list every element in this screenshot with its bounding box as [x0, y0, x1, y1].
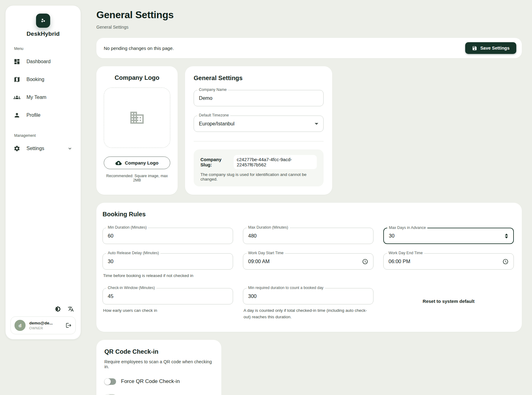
min-duration-field: Min Duration (Minutes) [103, 228, 233, 244]
user-card[interactable]: d demo@de... OWNER [10, 316, 76, 334]
checkin-window-field: Check-in Window (Minutes) [103, 288, 233, 304]
booking-rules-card: Booking Rules Min Duration (Minutes) Max… [96, 203, 522, 332]
timezone-value[interactable] [199, 121, 311, 127]
start-time-group: Work Day Start Time [243, 253, 373, 270]
top-cards-row: Company Logo Company Logo Recommended: S… [96, 66, 522, 195]
company-logo-card: Company Logo Company Logo Recommended: S… [96, 66, 178, 195]
checkin-window-input[interactable] [108, 293, 228, 299]
sidebar-item-label: My Team [26, 95, 46, 100]
reset-to-default-button[interactable]: Reset to system default [423, 299, 474, 304]
sidebar-item-booking[interactable]: Booking [10, 71, 76, 88]
sidebar: DeskHybrid Menu Dashboard Booking My T [5, 5, 81, 340]
auto-release-group: Auto Release Delay (Minutes) Time before… [103, 253, 233, 279]
min-duration-group: Min Duration (Minutes) [103, 228, 233, 244]
auto-release-input[interactable] [108, 259, 228, 264]
theme-toggle-button[interactable] [55, 306, 61, 312]
cloud-upload-icon [115, 160, 122, 166]
sidebar-section-menu: Menu [14, 47, 76, 51]
min-duration-input[interactable] [108, 233, 228, 239]
logout-icon [66, 322, 72, 328]
avatar: d [14, 320, 26, 331]
max-duration-field: Max Duration (Minutes) [243, 228, 373, 244]
reset-cell: Reset to system default [383, 288, 514, 304]
map-icon [14, 76, 20, 83]
general-settings-title: General Settings [194, 75, 324, 82]
booking-rules-title: Booking Rules [103, 211, 514, 218]
auto-release-helper: Time before booking is released if not c… [103, 273, 232, 279]
logo-hint: Recommended: Square image, max 2MB [104, 174, 170, 182]
main-content: General Settings General Settings No pen… [81, 0, 532, 395]
divider [194, 141, 324, 141]
max-duration-group: Max Duration (Minutes) [243, 228, 373, 244]
number-stepper[interactable] [505, 234, 508, 238]
slug-value: c24277be-44a7-4fcc-9acd-22457f67b562 [234, 155, 317, 169]
checkin-window-group: Check-in Window (Minutes) How early user… [103, 288, 233, 314]
checkin-window-helper: How early users can check in [103, 307, 232, 314]
checkin-window-label: Check-in Window (Minutes) [106, 286, 156, 290]
min-required-field: Min required duration to count a booked … [243, 288, 373, 304]
language-button[interactable] [68, 306, 74, 312]
max-days-label: Max Days in Advance [387, 226, 427, 230]
min-required-label: Min required duration to count a booked … [247, 286, 325, 290]
company-logo-title: Company Logo [104, 74, 170, 81]
stepper-down-icon[interactable] [505, 236, 508, 238]
max-days-input[interactable] [389, 233, 501, 239]
min-duration-label: Min Duration (Minutes) [106, 225, 148, 230]
slug-line: Company Slug: c24277be-44a7-4fcc-9acd-22… [200, 155, 317, 169]
app-root: DeskHybrid Menu Dashboard Booking My T [0, 0, 532, 395]
sidebar-item-my-team[interactable]: My Team [10, 88, 76, 106]
upload-logo-button[interactable]: Company Logo [104, 157, 170, 169]
company-slug-box: Company Slug: c24277be-44a7-4fcc-9acd-22… [194, 149, 324, 186]
start-time-label: Work Day Start Time [247, 251, 285, 255]
min-required-helper: A day is counted only if total checked-i… [244, 307, 373, 320]
pending-changes-status: No pending changes on this page. [104, 46, 174, 51]
qr-checkin-description: Require employees to scan a QR code when… [104, 359, 213, 369]
company-name-input[interactable] [199, 95, 318, 101]
upload-logo-label: Company Logo [125, 160, 158, 165]
force-qr-toggle[interactable] [104, 378, 116, 385]
end-time-label: Work Day End Time [387, 251, 424, 255]
sidebar-item-profile[interactable]: Profile [10, 106, 76, 124]
stepper-up-icon[interactable] [505, 234, 508, 236]
end-time-field: Work Day End Time [383, 253, 514, 270]
start-time-input[interactable] [248, 259, 358, 264]
logout-button[interactable] [66, 322, 72, 328]
sidebar-item-settings[interactable]: Settings [10, 140, 76, 157]
sidebar-item-label: Booking [26, 77, 44, 82]
sidebar-spacer [10, 157, 76, 306]
force-qr-toggle-row: Force QR Code Check-in [104, 378, 213, 385]
person-icon [14, 112, 20, 119]
auto-release-field: Auto Release Delay (Minutes) [103, 253, 233, 270]
qr-checkin-card: QR Code Check-in Require employees to sc… [96, 340, 221, 395]
chevron-down-icon [67, 146, 73, 151]
save-settings-button[interactable]: Save Settings [465, 42, 516, 54]
sidebar-item-label: Settings [26, 146, 44, 151]
clock-icon[interactable] [502, 259, 509, 265]
force-qr-toggle-label: Force QR Code Check-in [121, 378, 180, 385]
brightness-icon [55, 306, 61, 312]
clock-icon[interactable] [362, 259, 368, 265]
save-icon [472, 46, 477, 51]
deskhybrid-logo-icon [36, 14, 50, 28]
gear-icon [14, 145, 20, 152]
page-title: General Settings [96, 9, 522, 21]
max-days-group: Max Days in Advance [383, 228, 514, 244]
qr-checkin-title: QR Code Check-in [104, 348, 213, 355]
groups-icon [14, 94, 20, 101]
user-role-badge: OWNER [29, 326, 53, 330]
sidebar-section-management: Management [14, 133, 76, 138]
max-duration-input[interactable] [248, 233, 368, 239]
building-icon [129, 110, 145, 126]
company-name-field: Company Name [194, 90, 324, 106]
end-time-input[interactable] [389, 259, 499, 264]
company-name-label: Company Name [197, 88, 228, 92]
timezone-select[interactable]: Default Timezone [194, 116, 324, 132]
translate-icon [68, 306, 74, 312]
logo-dropzone[interactable] [104, 88, 170, 148]
save-button-label: Save Settings [480, 46, 510, 51]
sidebar-item-dashboard[interactable]: Dashboard [10, 53, 76, 71]
booking-rules-grid: Min Duration (Minutes) Max Duration (Min… [103, 228, 514, 320]
min-required-input[interactable] [248, 293, 368, 299]
sidebar-nav: Dashboard Booking My Team Profile [10, 53, 76, 124]
start-time-field: Work Day Start Time [243, 253, 373, 270]
